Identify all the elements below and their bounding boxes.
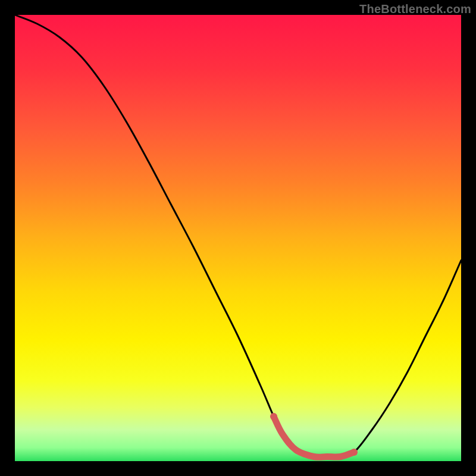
chart-svg [15, 15, 461, 461]
highlight-end-dot [350, 449, 358, 456]
chart-container: TheBottleneck.com [0, 0, 476, 476]
highlight-start-dot [270, 413, 277, 420]
attribution-text: TheBottleneck.com [359, 2, 471, 16]
plot-area [15, 15, 461, 461]
